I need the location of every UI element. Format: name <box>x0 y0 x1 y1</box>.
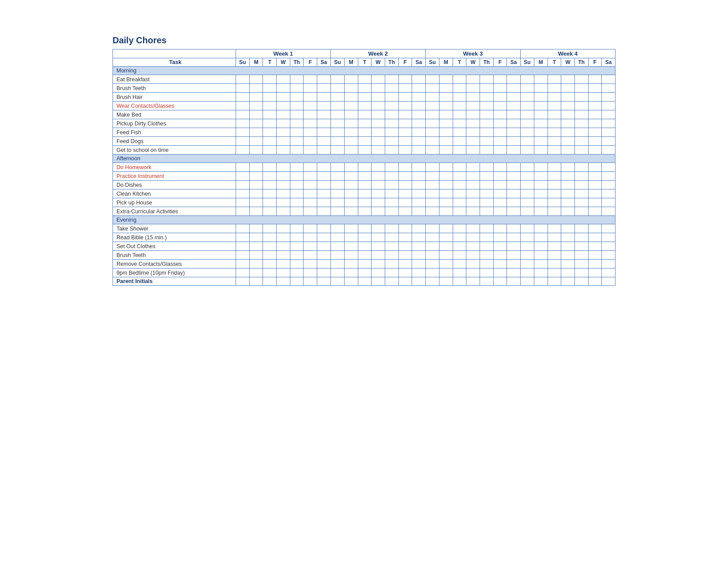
task-cell-23-17[interactable] <box>466 268 480 277</box>
task-cell-6-24[interactable] <box>561 119 575 128</box>
task-cell-21-2[interactable] <box>263 251 277 260</box>
task-cell-9-23[interactable] <box>548 146 561 155</box>
task-cell-23-18[interactable] <box>480 268 493 277</box>
task-cell-18-19[interactable] <box>493 224 507 233</box>
task-cell-11-24[interactable] <box>561 163 575 172</box>
task-cell-2-11[interactable] <box>385 84 398 93</box>
task-cell-4-4[interactable] <box>290 102 304 110</box>
task-cell-13-16[interactable] <box>453 181 466 189</box>
task-cell-16-17[interactable] <box>466 207 480 216</box>
task-cell-19-11[interactable] <box>385 233 398 242</box>
task-cell-9-6[interactable] <box>317 146 331 155</box>
task-cell-21-16[interactable] <box>453 251 466 260</box>
task-cell-6-25[interactable] <box>574 119 588 128</box>
task-cell-2-23[interactable] <box>548 84 561 93</box>
task-cell-13-18[interactable] <box>480 181 493 189</box>
task-cell-8-27[interactable] <box>602 137 615 146</box>
parent-initials-cell-27[interactable] <box>602 277 615 286</box>
task-cell-11-26[interactable] <box>588 163 602 172</box>
task-cell-7-7[interactable] <box>330 128 344 137</box>
task-cell-3-13[interactable] <box>412 93 426 102</box>
task-cell-22-8[interactable] <box>344 260 358 268</box>
task-cell-5-17[interactable] <box>466 110 480 119</box>
task-cell-6-1[interactable] <box>249 119 263 128</box>
task-cell-8-9[interactable] <box>358 137 372 146</box>
task-cell-23-12[interactable] <box>398 268 412 277</box>
task-cell-4-18[interactable] <box>480 102 493 110</box>
task-cell-16-15[interactable] <box>439 207 453 216</box>
task-cell-2-7[interactable] <box>330 84 344 93</box>
task-cell-13-5[interactable] <box>304 181 317 189</box>
task-cell-20-13[interactable] <box>412 242 426 251</box>
task-cell-16-19[interactable] <box>493 207 507 216</box>
task-cell-16-11[interactable] <box>385 207 398 216</box>
task-cell-7-3[interactable] <box>277 128 290 137</box>
task-cell-9-5[interactable] <box>304 146 317 155</box>
task-cell-9-9[interactable] <box>358 146 372 155</box>
task-cell-6-20[interactable] <box>507 119 521 128</box>
task-cell-12-13[interactable] <box>412 172 426 181</box>
task-cell-15-1[interactable] <box>249 198 263 207</box>
task-cell-14-3[interactable] <box>277 189 290 198</box>
task-cell-13-24[interactable] <box>561 181 575 189</box>
task-cell-22-15[interactable] <box>439 260 453 268</box>
task-cell-5-12[interactable] <box>398 110 412 119</box>
task-cell-21-0[interactable] <box>236 251 249 260</box>
task-cell-13-21[interactable] <box>520 181 534 189</box>
task-cell-3-0[interactable] <box>236 93 249 102</box>
task-cell-21-13[interactable] <box>412 251 426 260</box>
task-cell-1-1[interactable] <box>249 75 263 84</box>
task-cell-3-24[interactable] <box>561 93 575 102</box>
task-cell-3-8[interactable] <box>344 93 358 102</box>
task-cell-6-22[interactable] <box>534 119 548 128</box>
task-cell-23-6[interactable] <box>317 268 331 277</box>
task-cell-15-7[interactable] <box>330 198 344 207</box>
task-cell-9-17[interactable] <box>466 146 480 155</box>
task-cell-23-19[interactable] <box>493 268 507 277</box>
task-cell-15-16[interactable] <box>453 198 466 207</box>
task-cell-14-13[interactable] <box>412 189 426 198</box>
task-cell-6-7[interactable] <box>330 119 344 128</box>
task-cell-3-19[interactable] <box>493 93 507 102</box>
task-cell-7-8[interactable] <box>344 128 358 137</box>
task-cell-23-1[interactable] <box>249 268 263 277</box>
task-cell-19-19[interactable] <box>493 233 507 242</box>
task-cell-11-9[interactable] <box>358 163 372 172</box>
task-cell-2-26[interactable] <box>588 84 602 93</box>
task-cell-3-16[interactable] <box>453 93 466 102</box>
task-cell-20-14[interactable] <box>425 242 439 251</box>
task-cell-6-14[interactable] <box>425 119 439 128</box>
task-cell-5-20[interactable] <box>507 110 521 119</box>
task-cell-14-4[interactable] <box>290 189 304 198</box>
task-cell-22-3[interactable] <box>277 260 290 268</box>
task-cell-6-5[interactable] <box>304 119 317 128</box>
task-cell-1-24[interactable] <box>561 75 575 84</box>
task-cell-21-17[interactable] <box>466 251 480 260</box>
task-cell-1-16[interactable] <box>453 75 466 84</box>
task-cell-22-1[interactable] <box>249 260 263 268</box>
task-cell-23-14[interactable] <box>425 268 439 277</box>
task-cell-2-9[interactable] <box>358 84 372 93</box>
task-cell-12-0[interactable] <box>236 172 249 181</box>
task-cell-18-25[interactable] <box>574 224 588 233</box>
task-cell-14-7[interactable] <box>330 189 344 198</box>
task-cell-16-3[interactable] <box>277 207 290 216</box>
task-cell-19-10[interactable] <box>372 233 385 242</box>
task-cell-1-0[interactable] <box>236 75 249 84</box>
parent-initials-cell-21[interactable] <box>520 277 534 286</box>
task-cell-1-19[interactable] <box>493 75 507 84</box>
task-cell-11-18[interactable] <box>480 163 493 172</box>
task-cell-4-5[interactable] <box>304 102 317 110</box>
task-cell-14-17[interactable] <box>466 189 480 198</box>
task-cell-12-22[interactable] <box>534 172 548 181</box>
task-cell-3-22[interactable] <box>534 93 548 102</box>
task-cell-7-12[interactable] <box>398 128 412 137</box>
task-cell-12-1[interactable] <box>249 172 263 181</box>
task-cell-9-1[interactable] <box>249 146 263 155</box>
task-cell-19-18[interactable] <box>480 233 493 242</box>
task-cell-21-26[interactable] <box>588 251 602 260</box>
task-cell-11-2[interactable] <box>263 163 277 172</box>
task-cell-15-22[interactable] <box>534 198 548 207</box>
task-cell-8-22[interactable] <box>534 137 548 146</box>
task-cell-2-20[interactable] <box>507 84 521 93</box>
